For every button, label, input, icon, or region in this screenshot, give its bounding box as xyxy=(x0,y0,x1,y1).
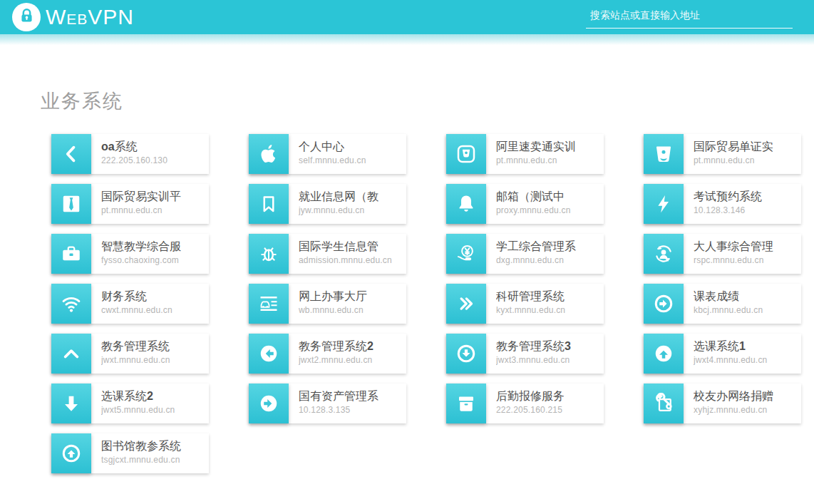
system-card[interactable]: oa系统 222.205.160.130 xyxy=(51,134,209,174)
system-title: 选课系统1 xyxy=(694,339,797,354)
system-url: xyhjz.mnnu.edu.cn xyxy=(694,404,797,416)
arrow-down-icon xyxy=(51,384,91,423)
arrow-down-ring-icon xyxy=(446,334,486,374)
system-url: self.mnnu.edu.cn xyxy=(299,155,402,167)
bookmark-icon xyxy=(249,184,289,224)
bolt-icon xyxy=(644,184,684,224)
system-title: 图书馆教参系统 xyxy=(101,438,205,454)
arrow-up-circle-icon xyxy=(644,334,684,374)
user-sync-icon xyxy=(644,234,684,274)
system-url: cwxt.mnnu.edu.cn xyxy=(101,304,205,317)
system-card[interactable]: 阿里速卖通实训 pt.mnnu.edu.cn xyxy=(446,134,604,174)
system-url: pt.mnnu.edu.cn xyxy=(694,155,797,167)
system-url: kyxt.mnnu.edu.cn xyxy=(496,304,599,317)
bug-icon xyxy=(249,234,289,274)
system-title: 大人事综合管理 xyxy=(694,239,797,254)
system-url: jwxt5.mnnu.edu.cn xyxy=(101,404,205,416)
arrow-up-ring-icon xyxy=(51,433,91,473)
system-title: 考试预约系统 xyxy=(694,189,797,205)
search-box xyxy=(586,6,793,29)
system-card[interactable]: 邮箱（测试中 proxy.mnnu.edu.cn xyxy=(446,184,604,224)
apple-icon xyxy=(249,134,289,174)
system-url: 10.128.3.146 xyxy=(694,205,797,217)
system-title: 校友办网络捐赠 xyxy=(694,389,797,404)
system-card[interactable]: 国际贸易单证实 pt.mnnu.edu.cn xyxy=(644,134,801,174)
system-title: 财务系统 xyxy=(101,289,205,304)
system-card[interactable]: 网上办事大厅 wb.mnnu.edu.cn xyxy=(249,284,406,324)
system-card[interactable]: 教务管理系统3 jwxt3.mnnu.edu.cn xyxy=(446,334,604,374)
bell-icon xyxy=(446,184,486,224)
system-url: fysso.chaoxing.com xyxy=(101,254,205,267)
system-card[interactable]: 就业信息网（教 jyw.mnnu.edu.cn xyxy=(249,184,406,224)
section-title: 业务系统 xyxy=(41,88,814,114)
system-url: admission.mnnu.edu.cn xyxy=(299,254,402,267)
brand-title: WebVPN xyxy=(46,6,134,28)
chevron-up-icon xyxy=(51,334,91,374)
system-url: kbcj.mnnu.edu.cn xyxy=(694,304,797,317)
chevron-left-icon xyxy=(51,134,91,174)
lock-icon xyxy=(18,7,36,28)
logo-circle xyxy=(12,3,41,31)
system-url: dxg.mnnu.edu.cn xyxy=(496,254,599,267)
top-bar: WebVPN xyxy=(0,0,814,34)
system-card[interactable]: 学工综合管理系 dxg.mnnu.edu.cn xyxy=(446,234,604,274)
system-url: pt.mnnu.edu.cn xyxy=(496,155,599,167)
system-title: oa系统 xyxy=(101,139,205,155)
system-card[interactable]: 图书馆教参系统 tsgjcxt.mnnu.edu.cn xyxy=(51,433,209,473)
system-card[interactable]: 国有资产管理系 10.128.3.135 xyxy=(249,384,406,423)
hand-yen-icon xyxy=(446,234,486,274)
system-title: 课表成绩 xyxy=(694,289,797,304)
system-title: 学工综合管理系 xyxy=(496,239,599,254)
system-card[interactable]: 国际学生信息管 admission.mnnu.edu.cn xyxy=(249,234,406,274)
bitbucket-box-icon xyxy=(446,134,486,174)
system-title: 后勤报修服务 xyxy=(496,389,599,404)
system-url: pt.mnnu.edu.cn xyxy=(101,205,205,217)
system-card[interactable]: 选课系统1 jwxt4.mnnu.edu.cn xyxy=(644,334,801,374)
system-url: proxy.mnnu.edu.cn xyxy=(496,205,599,217)
system-url: jwxt.mnnu.edu.cn xyxy=(101,354,205,366)
arrow-left-circle-icon xyxy=(249,334,289,374)
search-input[interactable] xyxy=(586,6,793,29)
system-url: rspc.mnnu.edu.cn xyxy=(694,254,797,267)
system-url: jwxt2.mnnu.edu.cn xyxy=(299,354,402,366)
system-title: 选课系统2 xyxy=(101,389,205,404)
system-card[interactable]: 智慧教学综合服 fysso.chaoxing.com xyxy=(51,234,209,274)
briefcase-icon xyxy=(51,234,91,274)
archive-box-icon xyxy=(446,384,486,423)
system-card[interactable]: 科研管理系统 kyxt.mnnu.edu.cn xyxy=(446,284,604,324)
system-card[interactable]: 教务管理系统 jwxt.mnnu.edu.cn xyxy=(51,334,209,374)
system-title: 国际贸易实训平 xyxy=(101,189,205,205)
system-title: 个人中心 xyxy=(299,139,402,155)
system-card[interactable]: 课表成绩 kbcj.mnnu.edu.cn xyxy=(644,284,801,324)
system-card[interactable]: 选课系统2 jwxt5.mnnu.edu.cn xyxy=(51,384,209,423)
system-card[interactable]: 财务系统 cwxt.mnnu.edu.cn xyxy=(51,284,209,324)
system-title: 邮箱（测试中 xyxy=(496,189,599,205)
system-title: 教务管理系统2 xyxy=(299,339,402,354)
system-title: 国际贸易单证实 xyxy=(694,139,797,155)
system-card[interactable]: 后勤报修服务 222.205.160.215 xyxy=(446,384,604,423)
system-title: 阿里速卖通实训 xyxy=(496,139,599,155)
system-card[interactable]: 校友办网络捐赠 xyhjz.mnnu.edu.cn xyxy=(644,384,801,423)
webvpn-logo: WebVPN xyxy=(12,3,134,31)
system-title: 国有资产管理系 xyxy=(299,389,402,404)
system-url: 10.128.3.135 xyxy=(299,404,402,416)
car-list-icon xyxy=(249,284,289,324)
arrow-right-circle-icon xyxy=(249,384,289,423)
system-card[interactable]: 个人中心 self.mnnu.edu.cn xyxy=(249,134,406,174)
arrow-right-ring-icon xyxy=(644,284,684,324)
system-title: 网上办事大厅 xyxy=(299,289,402,304)
system-card[interactable]: 大人事综合管理 rspc.mnnu.edu.cn xyxy=(644,234,801,274)
tie-icon xyxy=(51,184,91,224)
header-fade xyxy=(0,34,814,47)
system-title: 就业信息网（教 xyxy=(299,189,402,205)
system-card[interactable]: 考试预约系统 10.128.3.146 xyxy=(644,184,801,224)
system-url: jwxt4.mnnu.edu.cn xyxy=(694,354,797,366)
system-title: 科研管理系统 xyxy=(496,289,599,304)
system-title: 智慧教学综合服 xyxy=(101,239,205,254)
system-url: 222.205.160.215 xyxy=(496,404,599,416)
system-card[interactable]: 教务管理系统2 jwxt2.mnnu.edu.cn xyxy=(249,334,406,374)
system-url: tsgjcxt.mnnu.edu.cn xyxy=(101,454,205,466)
system-card[interactable]: 国际贸易实训平 pt.mnnu.edu.cn xyxy=(51,184,209,224)
systems-grid: oa系统 222.205.160.130 个人中心 self.mnnu.edu.… xyxy=(51,134,814,473)
system-title: 国际学生信息管 xyxy=(299,239,402,254)
